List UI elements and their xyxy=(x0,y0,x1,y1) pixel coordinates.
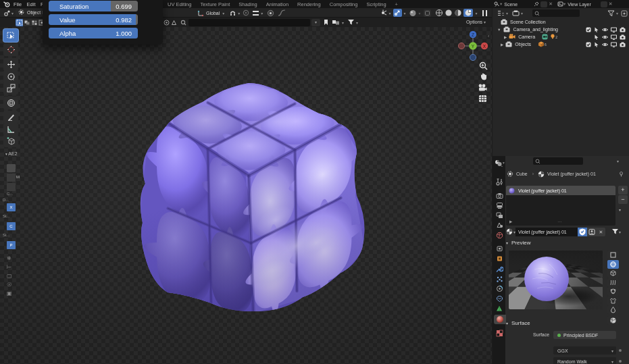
svg-text:X: X xyxy=(483,44,486,49)
svg-text:Z: Z xyxy=(472,32,474,37)
svg-text:Y: Y xyxy=(472,44,475,49)
